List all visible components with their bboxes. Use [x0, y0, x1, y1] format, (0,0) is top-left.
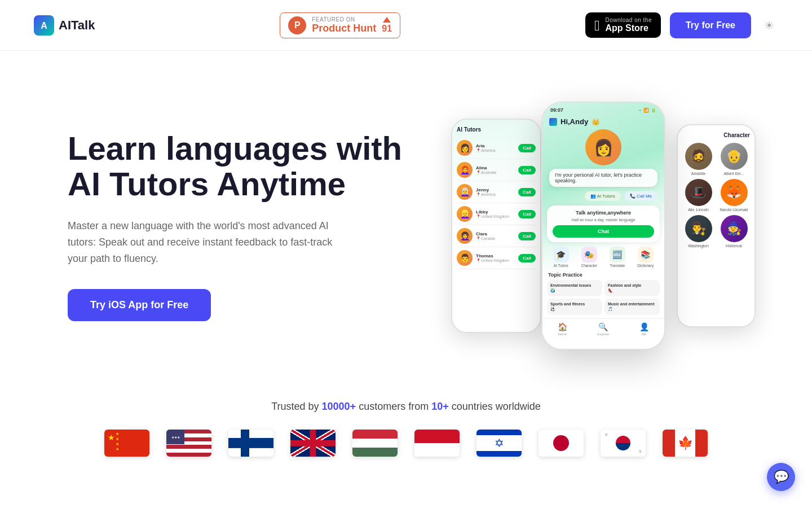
- character-item: 👴 Albert Ein...: [718, 143, 750, 176]
- topic-card: Sports and fitness ⚽: [547, 299, 602, 315]
- app-store-main: App Store: [605, 23, 652, 33]
- call-button[interactable]: Call: [518, 232, 536, 240]
- phone-left-header: AI Tutors: [457, 124, 536, 137]
- nav-me[interactable]: 👤Me: [639, 322, 649, 336]
- svg-text:A: A: [41, 21, 47, 30]
- phone-status-bar: 09:07 →📶🔋: [542, 103, 664, 115]
- character-item: 👨‍⚖️ Washington: [682, 215, 714, 248]
- apple-icon: : [594, 18, 600, 33]
- call-button[interactable]: Call: [518, 166, 536, 174]
- phone-left: AI Tutors 👩Aria📍America Call 👩‍🦰Alina📍Au…: [451, 119, 541, 333]
- hero-cta-button[interactable]: Try iOS App for Free: [68, 289, 211, 321]
- flag-hungary: [352, 430, 398, 457]
- phone-info-sub: Half an hour a day, master language: [553, 218, 654, 222]
- call-me-button[interactable]: 📞 Call Me: [624, 191, 657, 201]
- topic-card: Fashion and style 👠: [604, 280, 660, 296]
- upvote-icon: [383, 17, 391, 23]
- trust-text: Trusted by 10000+ customers from 10+ cou…: [34, 401, 778, 413]
- logo[interactable]: A AITalk: [34, 15, 95, 36]
- tutor-avatar: 👩‍🦱: [457, 228, 473, 244]
- phone-icon-item: 🔤 Translate: [610, 247, 625, 268]
- tutor-row: 👨Thomas📍United Kingdom Call: [457, 247, 536, 269]
- phone-bubble: I'm your personal AI tutor, let's practi…: [549, 169, 657, 187]
- call-button[interactable]: Call: [518, 188, 536, 196]
- hero-section: Learn languages with AI Tutors Anytime M…: [0, 51, 812, 389]
- theme-toggle-button[interactable]: ☀: [760, 16, 778, 34]
- tutor-row: 👩Aria📍America Call: [457, 137, 536, 159]
- nav-home[interactable]: 🏠Home: [558, 322, 567, 336]
- trust-section: Trusted by 10000+ customers from 10+ cou…: [0, 389, 812, 474]
- topic-card: Music and entertainment 🎵: [604, 299, 660, 315]
- phone-info-card: Talk anytime,anywhere Half an hour a day…: [547, 205, 660, 242]
- character-item: 🧔 Aristotle: [682, 143, 714, 176]
- phone-avatar: 👩: [585, 129, 621, 165]
- topic-card: Environmental issues 🌍: [547, 280, 602, 296]
- tutor-avatar: 👩‍🦰: [457, 162, 473, 178]
- flag-finland: [228, 430, 273, 457]
- phone-icon-item: 🎭 Character: [581, 247, 597, 268]
- flag-israel: ✡: [476, 430, 522, 457]
- phone-chat-buttons: 👥 AI Tutors 📞 Call Me: [549, 191, 657, 201]
- trust-prefix: Trusted by: [271, 401, 321, 412]
- flag-korea: ☰ ☰: [601, 430, 646, 457]
- product-hunt-name: Product Hunt: [312, 23, 376, 34]
- product-hunt-badge[interactable]: P FEATURED ON Product Hunt 91: [280, 12, 400, 38]
- discord-icon: 💬: [774, 470, 789, 484]
- flag-uk: [290, 430, 336, 457]
- trust-middle: customers from: [356, 401, 431, 412]
- hero-right: AI Tutors 👩Aria📍America Call 👩‍🦰Alina📍Au…: [429, 85, 778, 367]
- phone-bottom-nav: 🏠Home 🔍Explore 👤Me: [542, 318, 664, 339]
- tutor-avatar: 👩‍🦳: [457, 184, 473, 200]
- phone-info-title: Talk anytime,anywhere: [553, 210, 654, 216]
- product-hunt-score: 91: [382, 17, 392, 34]
- tutor-avatar: 👱‍♀️: [457, 206, 473, 222]
- character-item: 🦊 Naruto Uzumaki: [718, 179, 750, 212]
- hero-description: Master a new language with the world's m…: [68, 218, 350, 266]
- phone-main: 09:07 →📶🔋 Hi,Andy 👑 👩 I'm your personal …: [541, 102, 665, 350]
- phone-time: 09:07: [550, 107, 563, 113]
- phone-left-screen: AI Tutors 👩Aria📍America Call 👩‍🦰Alina📍Au…: [452, 120, 540, 332]
- phone-status-icons: →📶🔋: [637, 108, 656, 113]
- flag-china: ★ ★ ★ ★ ★: [104, 430, 149, 457]
- phone-topic-title: Topic Practice: [542, 270, 664, 280]
- tutor-avatar: 👩: [457, 140, 473, 156]
- char-grid: 🧔 Aristotle 👴 Albert Ein... 🎩 Abr. Linco…: [682, 143, 750, 248]
- call-button[interactable]: Call: [518, 210, 536, 218]
- phone-icon-item: 📚 Dictionary: [637, 247, 654, 268]
- phone-topics-grid: Environmental issues 🌍 Fashion and style…: [547, 280, 660, 315]
- hero-title-line2: AI Tutors Anytime: [68, 165, 346, 202]
- tutor-row: 👩‍🦳Jenny📍America Call: [457, 181, 536, 203]
- nav-explore[interactable]: 🔍Explore: [598, 322, 609, 336]
- product-hunt-featured-label: FEATURED ON: [312, 16, 376, 23]
- phone-screen: 09:07 →📶🔋 Hi,Andy 👑 👩 I'm your personal …: [542, 103, 664, 349]
- hero-title-line1: Learn languages with: [68, 130, 402, 167]
- flag-canada: 🍁: [663, 430, 708, 457]
- flag-japan: [539, 430, 584, 457]
- tutor-row: 👱‍♀️Libby📍United Kingdom Call: [457, 203, 536, 225]
- call-button[interactable]: Call: [518, 254, 536, 262]
- phones-container: AI Tutors 👩Aria📍America Call 👩‍🦰Alina📍Au…: [462, 85, 744, 367]
- navbar: A AITalk P FEATURED ON Product Hunt 91 …: [0, 0, 812, 51]
- phone-icon-item: 🎓 AI Tutors: [553, 247, 569, 268]
- ai-tutors-button[interactable]: 👥 AI Tutors: [585, 191, 621, 201]
- character-item: 🧙 Historical: [718, 215, 750, 248]
- product-hunt-count: 91: [382, 24, 392, 34]
- phone-right: Character 🧔 Aristotle 👴 Albert Ein... 🎩: [677, 124, 756, 327]
- phone-crown-icon: 👑: [592, 118, 600, 126]
- hero-left: Learn languages with AI Tutors Anytime M…: [68, 130, 406, 322]
- phone-icons-row: 🎓 AI Tutors 🎭 Character 🔤 Translate: [547, 247, 660, 268]
- product-hunt-text: FEATURED ON Product Hunt: [312, 16, 376, 34]
- hero-title: Learn languages with AI Tutors Anytime: [68, 130, 406, 203]
- try-free-button[interactable]: Try for Free: [670, 12, 751, 38]
- tutor-avatar: 👨: [457, 250, 473, 266]
- flag-usa: ★★★: [166, 430, 211, 457]
- app-store-button[interactable]:  Download on the App Store: [585, 12, 661, 38]
- tutor-row: 👩‍🦰Alina📍Australia Call: [457, 159, 536, 181]
- chat-button[interactable]: Chat: [553, 225, 654, 238]
- trust-suffix: countries worldwide: [449, 401, 541, 412]
- tutor-row: 👩‍🦱Clara📍Canada Call: [457, 225, 536, 247]
- nav-right:  Download on the App Store Try for Free…: [585, 12, 778, 38]
- call-button[interactable]: Call: [518, 144, 536, 152]
- character-item: 🎩 Abr. Lincoln: [682, 179, 714, 212]
- discord-button[interactable]: 💬: [767, 463, 795, 491]
